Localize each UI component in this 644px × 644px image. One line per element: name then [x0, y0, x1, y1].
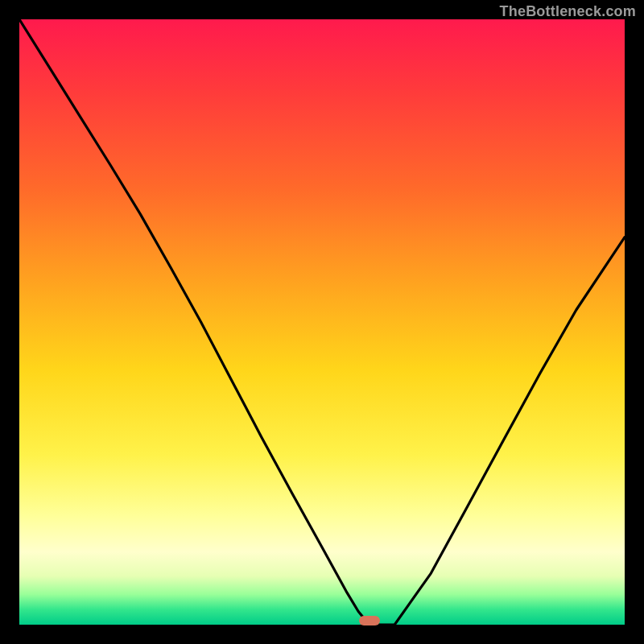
chart-frame: TheBottleneck.com: [0, 0, 644, 644]
chart-plot-area: [19, 19, 625, 625]
optimal-indicator-icon: [359, 616, 380, 625]
attribution-text: TheBottleneck.com: [500, 3, 636, 20]
bottleneck-curve: [19, 19, 625, 625]
